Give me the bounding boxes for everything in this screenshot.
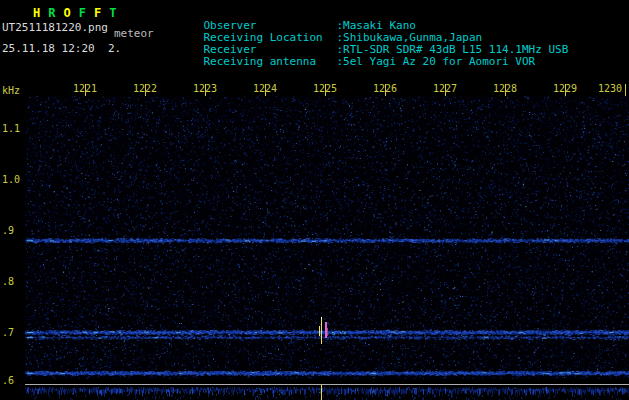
x-tick-mark: [205, 84, 206, 96]
x-tick-mark: [85, 84, 86, 96]
x-tick-mark: [385, 84, 386, 96]
info-row-antenna: Receiving antenna:5el Yagi Az 20 for Aom…: [177, 42, 535, 81]
x-tick-mark: [565, 84, 566, 96]
app-title-letter: F: [94, 6, 102, 20]
x-tick-mark: [445, 84, 446, 96]
y-axis-unit: kHz: [2, 85, 20, 96]
app-title-letter: O: [63, 6, 71, 20]
output-filename: UT2511181220.png: [2, 21, 108, 34]
x-tick-mark: [505, 84, 506, 96]
y-tick-label: 1.1: [2, 123, 20, 134]
y-tick-label: .9: [2, 225, 14, 236]
hrofft-window: HROFFT UT2511181220.png meteor 25.11.18 …: [0, 0, 629, 400]
x-tick-mark: [145, 84, 146, 96]
x-tick-mark: [625, 84, 626, 96]
app-title-letter: R: [48, 6, 56, 20]
app-title-letter: H: [33, 6, 41, 20]
level-strip-canvas: [25, 384, 629, 400]
x-tick-mark: [325, 84, 326, 96]
spectrogram-canvas: [25, 96, 629, 379]
app-title-letter: T: [109, 6, 117, 20]
info-value: :5el Yagi Az 20 for Aomori VOR: [337, 55, 536, 68]
app-title-letter: F: [79, 6, 87, 20]
x-tick-label: 1230: [597, 83, 623, 94]
y-tick-label: .6: [2, 375, 14, 386]
datetime-stamp: 25.11.18 12:20 2.: [2, 42, 121, 55]
y-tick-label: 1.0: [2, 174, 20, 185]
x-tick-mark: [265, 84, 266, 96]
y-tick-label: .8: [2, 276, 14, 287]
info-label: Receiving antenna: [204, 55, 337, 68]
app-title: HROFFT: [33, 6, 124, 20]
y-tick-label: .7: [2, 327, 14, 338]
observation-tag: meteor: [114, 27, 154, 40]
